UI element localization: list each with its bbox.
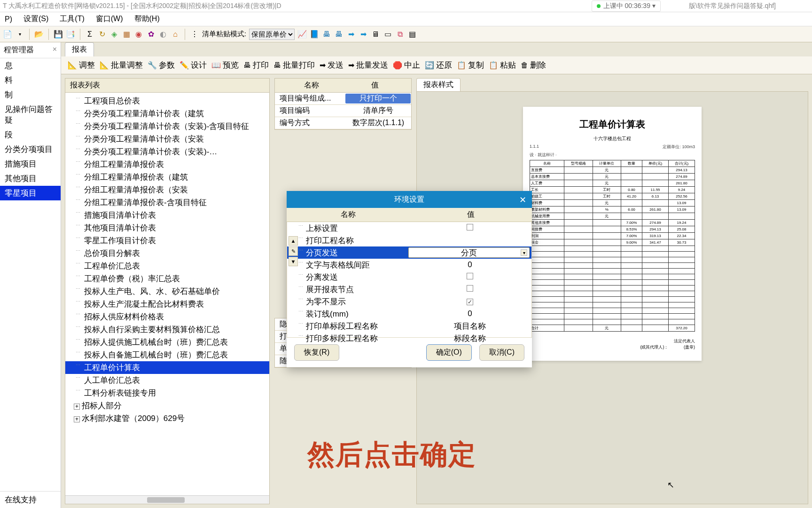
toolbar-btn-发送[interactable]: ➡发送 bbox=[320, 60, 344, 71]
dropdown-icon[interactable]: ▾ bbox=[15, 30, 24, 39]
sidebar-header: 程管理器 × bbox=[0, 42, 61, 58]
toolbar-btn-打印[interactable]: 🖶打印 bbox=[243, 60, 269, 71]
stamp-icon[interactable]: ◉ bbox=[134, 30, 143, 39]
dialog-row[interactable]: 为零不显示 bbox=[287, 295, 531, 308]
sidebar-item[interactable]: 制 bbox=[0, 87, 61, 102]
sidebar-item[interactable]: 措施项目 bbox=[0, 157, 61, 171]
sigma-icon[interactable]: Σ bbox=[85, 30, 94, 39]
dialog-row[interactable]: 上标设置 bbox=[287, 222, 531, 234]
server-icon[interactable]: 🖥 bbox=[371, 30, 380, 39]
tab-report[interactable]: 报表 bbox=[65, 42, 94, 56]
home-icon[interactable]: ⌂ bbox=[171, 30, 180, 39]
checkbox-icon[interactable] bbox=[467, 273, 473, 279]
toolbar-icon: 📐 bbox=[100, 61, 109, 70]
record-dot-icon bbox=[597, 4, 601, 8]
dialog-row[interactable]: 展开报表节点 bbox=[287, 283, 531, 295]
toolbar-icon: 🖶 bbox=[273, 61, 281, 70]
paste-mode-select[interactable]: 保留原单价 bbox=[249, 29, 295, 40]
open-icon[interactable]: 📂 bbox=[34, 30, 44, 39]
main-toolbar: 📄 ▾ 📂 💾 📑 Σ ↻ ◈ ▦ ◉ ✿ ◐ ⌂ ⋮ 清单粘贴模式: 保留原单… bbox=[0, 26, 812, 42]
menu-tools[interactable]: 工具(T) bbox=[60, 14, 84, 24]
toolbar-icon: 🛑 bbox=[393, 61, 402, 70]
book-icon[interactable]: 📘 bbox=[310, 30, 319, 39]
dialog-row[interactable]: 分页发送分页▾ bbox=[287, 246, 531, 259]
sidebar-item[interactable]: 料 bbox=[0, 73, 61, 87]
checkbox-icon[interactable] bbox=[467, 285, 473, 292]
toolbar-btn-批量调整[interactable]: 📐批量调整 bbox=[100, 60, 143, 71]
toolbar-btn-设计[interactable]: ✏️设计 bbox=[180, 60, 207, 71]
paste-mode-label: 清单粘贴模式: bbox=[202, 30, 246, 39]
grid-icon[interactable]: ▦ bbox=[122, 30, 131, 39]
dialog-row[interactable]: 打印工程名称 bbox=[287, 234, 531, 246]
menu-p[interactable]: P) bbox=[5, 15, 12, 24]
toolbar-btn-调整[interactable]: 📐调整 bbox=[68, 60, 95, 71]
grip-icon[interactable]: ⋮ bbox=[190, 30, 199, 39]
class-status-badge[interactable]: 上课中 00:36:39 ▾ bbox=[592, 0, 661, 12]
link-icon[interactable]: ✿ bbox=[146, 30, 156, 39]
cursor-icon: ↖ bbox=[667, 480, 674, 490]
toolbar-btn-参数[interactable]: 🔧参数 bbox=[148, 60, 175, 71]
save-icon[interactable]: 💾 bbox=[54, 30, 63, 39]
menu-settings[interactable]: 设置(S) bbox=[23, 14, 48, 24]
refresh-icon[interactable]: ↻ bbox=[97, 30, 107, 39]
restore-button[interactable]: 恢复(R) bbox=[294, 344, 339, 361]
tree-icon[interactable]: ◈ bbox=[109, 30, 119, 39]
win-icon[interactable]: ▭ bbox=[383, 30, 392, 39]
sidebar-online-support[interactable]: 在线支持 bbox=[0, 491, 61, 508]
card-icon[interactable]: ▤ bbox=[407, 30, 417, 39]
sidebar-item[interactable]: 分类分项项目 bbox=[0, 142, 61, 157]
menu-bar: P) 设置(S) 工具(T) 窗口(W) 帮助(H) bbox=[0, 12, 812, 26]
toolbar-icon: 📋 bbox=[489, 61, 498, 70]
toolbar-icon: 📖 bbox=[211, 61, 221, 70]
sidebar-item[interactable]: 其他项目 bbox=[0, 171, 61, 186]
toolbar-icon: 📐 bbox=[68, 61, 77, 70]
dialog-row[interactable]: 文字与表格线间距0 bbox=[287, 259, 531, 271]
dialog-row[interactable]: 打印多标段工程名称标段名称 bbox=[287, 332, 531, 344]
menu-help[interactable]: 帮助(H) bbox=[134, 14, 160, 24]
toolbar-btn-批量打印[interactable]: 🖶批量打印 bbox=[273, 60, 315, 71]
toolbar-icon: 📋 bbox=[457, 61, 466, 70]
ok-button[interactable]: 确定(O) bbox=[426, 344, 472, 361]
sidebar-item[interactable]: 见操作问题答疑 bbox=[0, 102, 61, 127]
close-icon[interactable]: ✕ bbox=[519, 195, 526, 205]
main-area: 报表 📐调整📐批量调整🔧参数✏️设计📖预览🖶打印🖶批量打印➡发送➡批量发送🛑中止… bbox=[61, 42, 812, 508]
toolbar-icon: 🔧 bbox=[148, 61, 157, 70]
title-right: 版\软件常见操作问题答疑.qhf] bbox=[689, 2, 776, 10]
sidebar-item[interactable]: 段 bbox=[0, 127, 61, 142]
dialog-row[interactable]: 装订线(mm)0 bbox=[287, 308, 531, 320]
cancel-button[interactable]: 取消(C) bbox=[479, 344, 524, 361]
dialog-title-bar[interactable]: 环境设置 ✕ bbox=[287, 191, 532, 208]
env-settings-dialog: 环境设置 ✕ ▲ ✎ ▼ 名称 值 上标设置打印工程名称分页发送分页▾文字与表格… bbox=[287, 191, 532, 367]
instruction-caption: 然后点击确定 bbox=[307, 437, 476, 473]
project-manager-sidebar: 程管理器 × 息料制见操作问题答疑段分类分项项目措施项目其他项目零星项目 在线支… bbox=[0, 42, 61, 508]
toolbar-btn-复制[interactable]: 📋复制 bbox=[457, 60, 484, 71]
toolbar-icon: 🗑 bbox=[521, 61, 528, 70]
menu-window[interactable]: 窗口(W) bbox=[96, 14, 123, 24]
sidebar-item[interactable]: 息 bbox=[0, 58, 61, 73]
arrow1-icon[interactable]: ➡ bbox=[346, 30, 356, 39]
dialog-row[interactable]: 打印单标段工程名称项目名称 bbox=[287, 320, 531, 332]
toolbar-icon: ➡ bbox=[320, 61, 326, 70]
report-action-toolbar: 📐调整📐批量调整🔧参数✏️设计📖预览🖶打印🖶批量打印➡发送➡批量发送🛑中止🔄还原… bbox=[61, 56, 812, 74]
toolbar-btn-还原[interactable]: 🔄还原 bbox=[425, 60, 452, 71]
sidebar-item[interactable]: 零星项目 bbox=[0, 186, 61, 200]
doc-icon[interactable]: 📄 bbox=[3, 30, 12, 39]
print1-icon[interactable]: 🖶 bbox=[322, 30, 331, 39]
struct-icon[interactable]: ⧉ bbox=[395, 30, 405, 39]
toolbar-btn-预览[interactable]: 📖预览 bbox=[211, 60, 239, 71]
saveall-icon[interactable]: 📑 bbox=[66, 30, 75, 39]
arrow2-icon[interactable]: ➡ bbox=[359, 30, 368, 39]
chart-icon[interactable]: 📈 bbox=[297, 30, 307, 39]
print2-icon[interactable]: 🖶 bbox=[334, 30, 344, 39]
toolbar-icon: 🔄 bbox=[425, 61, 434, 70]
toolbar-btn-删除[interactable]: 🗑删除 bbox=[521, 60, 546, 71]
toolbar-btn-粘贴[interactable]: 📋粘贴 bbox=[489, 60, 516, 71]
toolbar-btn-中止[interactable]: 🛑中止 bbox=[393, 60, 420, 71]
checkbox-icon[interactable] bbox=[467, 299, 473, 305]
chevron-down-icon[interactable]: ▾ bbox=[521, 249, 527, 256]
sidebar-close-icon[interactable]: × bbox=[53, 45, 57, 55]
checkbox-icon[interactable] bbox=[467, 224, 473, 230]
toolbar-btn-批量发送[interactable]: ➡批量发送 bbox=[348, 60, 388, 71]
dialog-row[interactable]: 分离发送 bbox=[287, 271, 531, 283]
cfg-icon[interactable]: ◐ bbox=[158, 30, 168, 39]
